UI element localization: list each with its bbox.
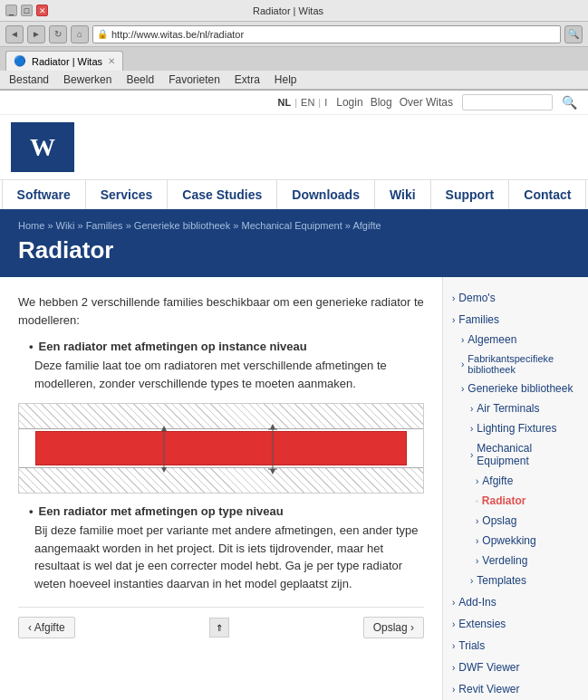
breadcrumb-generieke[interactable]: Generieke bibliotheek xyxy=(134,220,230,231)
refresh-button[interactable]: ↻ xyxy=(49,25,67,43)
lang-nl[interactable]: NL xyxy=(278,97,292,108)
language-selector: NL | EN | I xyxy=(278,97,328,108)
arrow-icon: › xyxy=(470,576,473,586)
nav-downloads[interactable]: Downloads xyxy=(277,180,375,209)
sidebar-section-demos: › Demo's xyxy=(443,288,588,308)
breadcrumb-home[interactable]: Home xyxy=(18,220,44,231)
nav-wiki[interactable]: Wiki xyxy=(375,180,431,209)
sidebar-label-verdeling: Verdeling xyxy=(482,554,527,567)
sidebar-label-dwf: DWF Viewer xyxy=(458,661,519,674)
next-page-button[interactable]: Opslag › xyxy=(363,617,424,638)
arrow-icon: › xyxy=(461,335,464,345)
sidebar-label-templates: Templates xyxy=(477,574,526,587)
lang-en[interactable]: EN xyxy=(301,97,314,108)
nav-contact[interactable]: Contact xyxy=(509,180,586,209)
maximize-button[interactable]: □ xyxy=(21,5,33,16)
sidebar-item-generieke[interactable]: › Generieke bibliotheek xyxy=(443,379,588,398)
nav-software[interactable]: Software xyxy=(2,180,86,209)
sidebar-item-air-terminals[interactable]: › Air Terminals xyxy=(443,398,588,418)
forward-button[interactable]: ► xyxy=(27,25,45,43)
sidebar-label-addins: Add-Ins xyxy=(458,596,496,609)
expand-button[interactable]: ⇑ xyxy=(209,618,229,638)
arrow-icon: › xyxy=(452,293,455,303)
close-button[interactable]: ✕ xyxy=(36,5,48,16)
arrow-icon: › xyxy=(476,476,478,486)
menu-favorieten[interactable]: Favorieten xyxy=(167,72,222,87)
utility-bar: NL | EN | I Login Blog Over Witas 🔍 xyxy=(0,91,588,115)
tab-favicon: 🔵 xyxy=(14,55,26,67)
menu-beeld[interactable]: Beeld xyxy=(124,72,156,87)
arrow-icon: › xyxy=(452,598,455,608)
sidebar-label-radiator: Radiator xyxy=(482,494,526,507)
tab-close-button[interactable]: ✕ xyxy=(108,56,115,66)
search-input[interactable] xyxy=(462,94,553,110)
breadcrumb-wiki[interactable]: Wiki xyxy=(56,220,75,231)
breadcrumb-mechanical[interactable]: Mechanical Equipment xyxy=(241,220,342,231)
active-tab[interactable]: 🔵 Radiator | Witas ✕ xyxy=(5,51,123,71)
diagram-hatch-bottom xyxy=(19,467,423,493)
title-bar: _ □ ✕ Radiator | Witas xyxy=(0,0,588,22)
address-bar-area: ◄ ► ↻ ⌂ 🔒 http://www.witas.be/nl/radiato… xyxy=(0,22,588,47)
page-title: Radiator xyxy=(18,236,570,264)
sidebar-item-afgifte[interactable]: › Afgifte xyxy=(443,471,588,491)
sidebar-item-lighting[interactable]: › Lighting Fixtures xyxy=(443,418,588,438)
menu-bestand[interactable]: Bestand xyxy=(7,72,51,87)
sidebar-item-algemeen[interactable]: › Algemeen xyxy=(443,330,588,350)
lang-fr[interactable]: I xyxy=(324,97,327,108)
home-button[interactable]: ⌂ xyxy=(71,25,89,43)
sidebar-item-addins[interactable]: › Add-Ins xyxy=(443,592,588,612)
nav-case-studies[interactable]: Case Studies xyxy=(168,180,277,209)
search-button[interactable]: 🔍 xyxy=(564,25,583,43)
content-area: We hebben 2 verschillende families besch… xyxy=(0,277,588,700)
sidebar: › Demo's › Families › Algemeen › Fabrika… xyxy=(443,277,588,700)
site-header: W Software Services Case Studies Downloa… xyxy=(0,115,588,211)
sidebar-item-demos[interactable]: › Demo's xyxy=(443,288,588,308)
sidebar-item-opwekking[interactable]: › Opwekking xyxy=(443,531,588,551)
sidebar-item-families[interactable]: › Families xyxy=(443,310,588,330)
item2-title: Een radiator met afmetingen op type nive… xyxy=(29,504,424,518)
address-input[interactable]: 🔒 http://www.witas.be/nl/radiator xyxy=(92,25,561,43)
sidebar-item-trials[interactable]: › Trials xyxy=(443,636,588,656)
arrow-icon: › xyxy=(452,619,455,629)
sidebar-item-dwf[interactable]: › DWF Viewer xyxy=(443,657,588,677)
back-button[interactable]: ◄ xyxy=(5,25,24,43)
sidebar-item-extensies[interactable]: › Extensies xyxy=(443,614,588,634)
arrow-icon: › xyxy=(470,450,473,460)
menu-bewerken[interactable]: Bewerken xyxy=(62,72,113,87)
minimize-button[interactable]: _ xyxy=(5,5,17,16)
search-submit[interactable]: 🔍 xyxy=(562,95,577,110)
nav-support[interactable]: Support xyxy=(431,180,510,209)
menu-extra[interactable]: Extra xyxy=(233,72,262,87)
sidebar-item-templates[interactable]: › Templates xyxy=(443,571,588,590)
breadcrumb-families[interactable]: Families xyxy=(86,220,123,231)
menu-bar: Bestand Bewerken Beeld Favorieten Extra … xyxy=(0,71,588,90)
sidebar-label-algemeen: Algemeen xyxy=(468,333,516,346)
arrow-icon: › xyxy=(476,536,478,546)
window-controls: _ □ ✕ xyxy=(5,5,48,16)
sidebar-item-mechanical[interactable]: › Mechanical Equipment xyxy=(443,438,588,471)
arrow-icon: › xyxy=(452,315,455,325)
over-witas-link[interactable]: Over Witas xyxy=(400,96,453,109)
breadcrumb-afgifte[interactable]: Afgifte xyxy=(352,220,381,231)
blog-link[interactable]: Blog xyxy=(371,96,392,109)
sidebar-label-revit: Revit Viewer xyxy=(458,683,519,695)
arrow-icon: › xyxy=(470,404,473,414)
arrow-icon: › xyxy=(470,424,473,434)
sidebar-label-afgifte: Afgifte xyxy=(482,475,513,487)
sidebar-label-fabrikant: Fabrikantspecifieke bibliotheek xyxy=(468,353,579,375)
sidebar-label-demos: Demo's xyxy=(458,292,495,304)
menu-help[interactable]: Help xyxy=(273,72,299,87)
sidebar-item-revit[interactable]: › Revit Viewer xyxy=(443,679,588,699)
item1-desc: Deze familie laat toe om radiatoren met … xyxy=(34,357,424,392)
sidebar-item-verdeling[interactable]: › Verdeling xyxy=(443,551,588,571)
sidebar-label-opwekking: Opwekking xyxy=(482,534,535,547)
prev-page-button[interactable]: ‹ Afgifte xyxy=(18,617,75,638)
sidebar-item-radiator[interactable]: ◦ Radiator xyxy=(443,491,588,511)
sidebar-item-opslag[interactable]: › Opslag xyxy=(443,511,588,531)
login-link[interactable]: Login xyxy=(336,96,362,109)
tab-bar: 🔵 Radiator | Witas ✕ xyxy=(0,47,588,71)
sidebar-item-fabrikant[interactable]: › Fabrikantspecifieke bibliotheek xyxy=(443,350,588,379)
logo[interactable]: W xyxy=(11,122,74,172)
nav-services[interactable]: Services xyxy=(86,180,169,209)
diagram-red-bar xyxy=(35,431,407,465)
